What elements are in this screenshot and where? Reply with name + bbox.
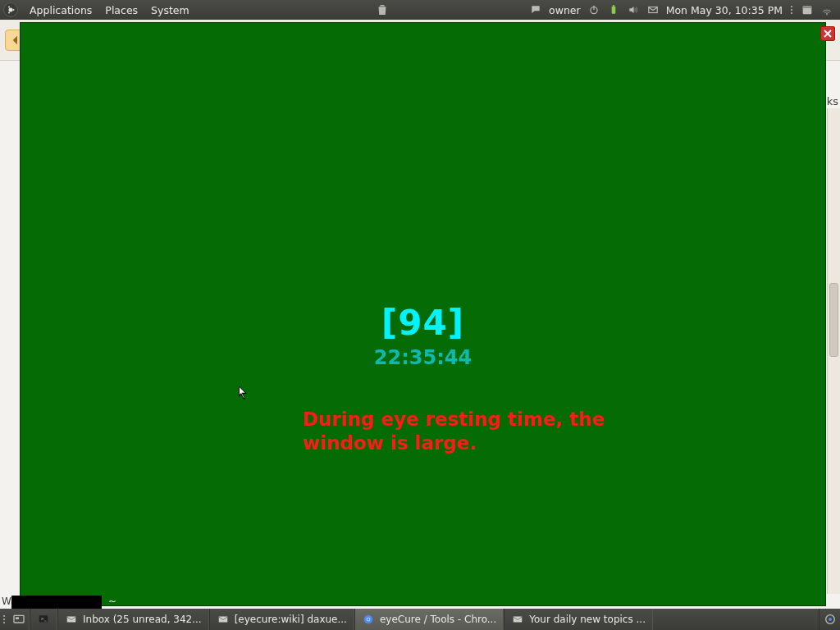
browser-scrollbar[interactable] bbox=[827, 108, 840, 594]
svg-point-3 bbox=[8, 12, 10, 14]
svg-point-11 bbox=[826, 14, 827, 15]
mail-indicator-icon[interactable] bbox=[646, 3, 660, 16]
svg-point-2 bbox=[8, 7, 10, 8]
eyecure-center-block: [94] 22:35:44 bbox=[20, 303, 826, 369]
redacted-terminal-title bbox=[11, 596, 102, 609]
bookmarks-label-fragment: ks bbox=[827, 95, 838, 107]
taskbar-label: eyeCure / Tools - Chro... bbox=[380, 614, 496, 625]
user-name[interactable]: owner bbox=[549, 4, 581, 16]
workspace-switcher[interactable] bbox=[819, 609, 840, 630]
svg-rect-23 bbox=[514, 617, 523, 623]
taskbar-item-eyecure-chrome[interactable]: eyeCure / Tools - Chro... bbox=[354, 609, 504, 630]
close-button[interactable] bbox=[820, 26, 835, 41]
close-icon bbox=[824, 30, 832, 38]
svg-point-22 bbox=[367, 618, 370, 621]
mail-icon bbox=[65, 613, 78, 626]
eyecure-counter: [94] bbox=[20, 303, 826, 343]
eyecure-time: 22:35:44 bbox=[20, 346, 826, 369]
mouse-cursor-icon bbox=[239, 386, 249, 400]
svg-rect-15 bbox=[16, 617, 19, 619]
power-icon[interactable] bbox=[587, 3, 600, 16]
taskbar-item-daily-topics[interactable]: Your daily new topics ... bbox=[504, 609, 653, 630]
scrollbar-thumb[interactable] bbox=[829, 283, 838, 357]
chat-status-icon[interactable] bbox=[529, 3, 542, 16]
eyecure-rest-window: [94] 22:35:44 During eye resting time, t… bbox=[20, 22, 826, 606]
taskbar-label: [eyecure:wiki] daxue... bbox=[235, 614, 347, 625]
calendar-applet-icon[interactable] bbox=[801, 3, 814, 16]
menu-places[interactable]: Places bbox=[98, 4, 144, 16]
svg-text:>_: >_ bbox=[41, 616, 47, 622]
taskbar-item-terminal[interactable]: >_ bbox=[30, 609, 57, 630]
bottom-panel: >_ Inbox (25 unread, 342... [eyecure:wik… bbox=[0, 609, 840, 630]
menu-system[interactable]: System bbox=[144, 4, 196, 16]
svg-point-0 bbox=[9, 8, 13, 12]
svg-rect-19 bbox=[218, 617, 227, 623]
panel-handle-icon bbox=[789, 6, 794, 14]
terminal-tilde: ~ bbox=[108, 596, 116, 607]
chrome-icon bbox=[362, 613, 375, 626]
top-panel: Applications Places System owner Mon May… bbox=[0, 0, 840, 20]
show-desktop-button[interactable] bbox=[8, 609, 30, 630]
svg-rect-10 bbox=[803, 6, 812, 8]
mail-icon bbox=[511, 613, 524, 626]
svg-rect-18 bbox=[67, 617, 76, 623]
volume-icon[interactable] bbox=[627, 3, 640, 16]
terminal-icon: >_ bbox=[37, 613, 50, 626]
taskbar-label: Inbox (25 unread, 342... bbox=[83, 614, 202, 625]
menu-applications[interactable]: Applications bbox=[23, 4, 98, 16]
battery-icon[interactable] bbox=[607, 3, 620, 16]
svg-point-25 bbox=[829, 618, 832, 621]
mail-icon bbox=[217, 613, 230, 626]
svg-rect-6 bbox=[611, 7, 615, 14]
network-icon[interactable] bbox=[820, 3, 833, 16]
taskbar-label: Your daily new topics ... bbox=[529, 614, 646, 625]
taskbar-item-inbox[interactable]: Inbox (25 unread, 342... bbox=[57, 609, 209, 630]
panel-handle-icon bbox=[0, 609, 8, 630]
system-tray: owner Mon May 30, 10:35 PM bbox=[373, 1, 837, 19]
svg-point-1 bbox=[13, 9, 15, 11]
eyecure-message: During eye resting time, the window is l… bbox=[303, 408, 647, 455]
ubuntu-logo-icon bbox=[3, 2, 18, 17]
svg-rect-7 bbox=[613, 5, 614, 7]
trash-icon[interactable] bbox=[373, 1, 391, 19]
clock[interactable]: Mon May 30, 10:35 PM bbox=[666, 4, 783, 16]
taskbar-item-eyecure-wiki[interactable]: [eyecure:wiki] daxue... bbox=[209, 609, 354, 630]
